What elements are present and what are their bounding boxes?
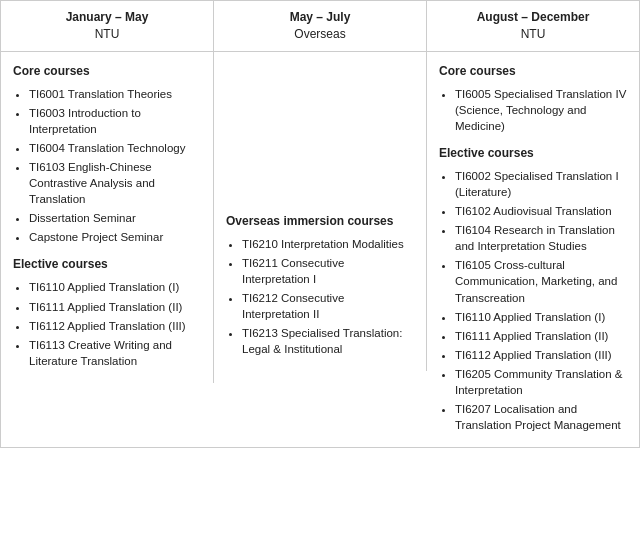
list-item: TI6112 Applied Translation (III)	[455, 347, 627, 363]
period-aug-dec: August – December	[433, 9, 633, 26]
list-item: TI6002 Specialised Translation I (Litera…	[455, 168, 627, 200]
list-item: Dissertation Seminar	[29, 210, 201, 226]
elective-courses-title-1: Elective courses	[13, 255, 201, 273]
list-item: TI6211 Consecutive Interpretation I	[242, 255, 414, 287]
elective-courses-title-3: Elective courses	[439, 144, 627, 162]
period-may-july: May – July	[220, 9, 420, 26]
header-aug-dec: August – December NTU	[427, 1, 639, 51]
list-item: TI6005 Specialised Translation IV (Scien…	[455, 86, 627, 134]
list-item: TI6111 Applied Translation (II)	[455, 328, 627, 344]
core-courses-title-3: Core courses	[439, 62, 627, 80]
core-courses-title-1: Core courses	[13, 62, 201, 80]
list-item: TI6103 English-Chinese Contrastive Analy…	[29, 159, 201, 207]
list-item: Capstone Project Seminar	[29, 229, 201, 245]
content-may-july: Overseas immersion courses TI6210 Interp…	[214, 52, 427, 372]
list-item: TI6110 Applied Translation (I)	[29, 279, 201, 295]
list-item: TI6104 Research in Translation and Inter…	[455, 222, 627, 254]
core-courses-list-1: TI6001 Translation Theories TI6003 Intro…	[13, 86, 201, 246]
overseas-courses-list: TI6210 Interpretation Modalities TI6211 …	[226, 236, 414, 358]
elective-courses-list-1: TI6110 Applied Translation (I) TI6111 Ap…	[13, 279, 201, 368]
elective-courses-list-3: TI6002 Specialised Translation I (Litera…	[439, 168, 627, 433]
list-item: TI6111 Applied Translation (II)	[29, 299, 201, 315]
overseas-courses-title: Overseas immersion courses	[226, 212, 414, 230]
list-item: TI6212 Consecutive Interpretation II	[242, 290, 414, 322]
period-jan-may: January – May	[7, 9, 207, 26]
list-item: TI6001 Translation Theories	[29, 86, 201, 102]
list-item: TI6112 Applied Translation (III)	[29, 318, 201, 334]
list-item: TI6210 Interpretation Modalities	[242, 236, 414, 252]
main-table: January – May NTU May – July Overseas Au…	[0, 0, 640, 448]
location-may-july: Overseas	[220, 26, 420, 43]
header-may-july: May – July Overseas	[214, 1, 427, 51]
list-item: TI6205 Community Translation & Interpret…	[455, 366, 627, 398]
list-item: TI6003 Introduction to Interpretation	[29, 105, 201, 137]
header-row: January – May NTU May – July Overseas Au…	[1, 1, 639, 52]
list-item: TI6207 Localisation and Translation Proj…	[455, 401, 627, 433]
list-item: TI6213 Specialised Translation: Legal & …	[242, 325, 414, 357]
content-aug-dec: Core courses TI6005 Specialised Translat…	[427, 52, 639, 448]
list-item: TI6004 Translation Technology	[29, 140, 201, 156]
list-item: TI6113 Creative Writing and Literature T…	[29, 337, 201, 369]
list-item: TI6102 Audiovisual Translation	[455, 203, 627, 219]
list-item: TI6110 Applied Translation (I)	[455, 309, 627, 325]
header-jan-may: January – May NTU	[1, 1, 214, 51]
content-jan-may: Core courses TI6001 Translation Theories…	[1, 52, 214, 383]
list-item: TI6105 Cross-cultural Communication, Mar…	[455, 257, 627, 305]
core-courses-list-3: TI6005 Specialised Translation IV (Scien…	[439, 86, 627, 134]
location-jan-may: NTU	[7, 26, 207, 43]
content-row: Core courses TI6001 Translation Theories…	[1, 52, 639, 448]
location-aug-dec: NTU	[433, 26, 633, 43]
